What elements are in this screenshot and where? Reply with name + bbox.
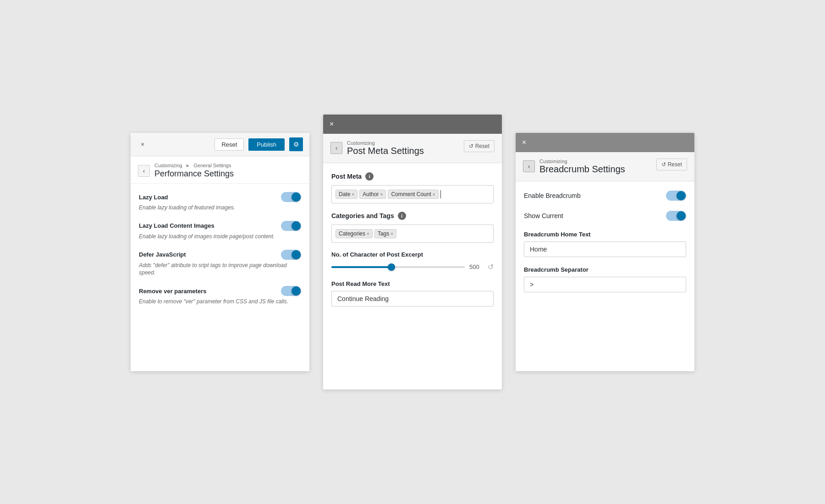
panel3-reset-label: Reset bbox=[668, 161, 682, 168]
toggle-enable-breadcrumb[interactable] bbox=[666, 191, 686, 201]
panel1-section-title: Performance Settings bbox=[154, 169, 302, 179]
panel3-customizing-label: Customizing bbox=[539, 159, 625, 164]
panel2-header-left: ‹ Customizing Post Meta Settings bbox=[330, 140, 424, 156]
panel3-show-current-row: Show Current bbox=[524, 211, 686, 221]
panel1-nav-text: Customizing ► General Settings Performan… bbox=[154, 163, 302, 179]
tag-date-label: Date bbox=[339, 191, 350, 197]
panel1-reset-button[interactable]: Reset bbox=[214, 138, 244, 151]
panel2-read-more-label: Post Read More Text bbox=[331, 280, 494, 287]
panel2-categories-tags-input[interactable]: Categories × Tags × bbox=[331, 225, 494, 243]
panel2-title-block: Customizing Post Meta Settings bbox=[347, 140, 424, 156]
panel1-publish-button[interactable]: Publish bbox=[248, 138, 285, 151]
setting-desc-lazy-load-content: Enable lazy loading of images inside pag… bbox=[139, 233, 301, 241]
panel1-breadcrumb-arrow: ► bbox=[186, 163, 192, 168]
panel1-gear-button[interactable]: ⚙ bbox=[289, 137, 303, 151]
panel1-close-btn[interactable]: × bbox=[137, 139, 148, 150]
panel2-post-meta-tags-input[interactable]: Date × Author × Comment Count × bbox=[331, 185, 494, 203]
toggle-remove-ver[interactable] bbox=[281, 286, 301, 296]
breadcrumb-settings-panel: × ‹ Customizing Breadcrumb Settings ↺ Re… bbox=[516, 133, 694, 371]
panel2-categories-heading: Categories and Tags i bbox=[331, 212, 494, 220]
tag-date[interactable]: Date × bbox=[336, 190, 358, 199]
panel2-back-button[interactable]: ‹ bbox=[330, 142, 342, 154]
tag-date-remove[interactable]: × bbox=[352, 192, 354, 197]
panel1-breadcrumb-customizing: Customizing bbox=[154, 163, 182, 168]
setting-label-defer-js: Defer JavaScript bbox=[139, 251, 186, 258]
panel3-top-bar: × bbox=[516, 133, 694, 152]
panel3-home-text-label: Breadcrumb Home Text bbox=[524, 231, 686, 238]
panel2-slider-thumb[interactable] bbox=[388, 263, 395, 271]
tag-tags[interactable]: Tags × bbox=[374, 229, 396, 238]
tag-categories-remove[interactable]: × bbox=[367, 231, 369, 236]
setting-label-lazy-load-content: Lazy Load Content Images bbox=[139, 222, 214, 229]
panel1-nav: ‹ Customizing ► General Settings Perform… bbox=[131, 156, 309, 184]
setting-desc-lazy-load: Enable lazy loading of featured images. bbox=[139, 204, 301, 212]
panel3-separator-input[interactable] bbox=[524, 277, 686, 292]
panel2-categories-info-icon[interactable]: i bbox=[398, 212, 406, 220]
setting-row-lazy-load-content: Lazy Load Content Images Enable lazy loa… bbox=[139, 221, 301, 241]
tag-comment-count-label: Comment Count bbox=[391, 191, 431, 197]
setting-row-remove-ver: Remove ver parameters Enable to remove "… bbox=[139, 286, 301, 306]
panel3-close-btn[interactable]: × bbox=[522, 138, 526, 147]
tag-tags-label: Tags bbox=[378, 230, 389, 237]
panel1-header: × Reset Publish ⚙ bbox=[131, 133, 309, 156]
setting-label-remove-ver: Remove ver parameters bbox=[139, 288, 206, 295]
panel2-reset-label: Reset bbox=[475, 143, 490, 149]
panel2-body: Post Meta i Date × Author × Comment Coun… bbox=[323, 163, 502, 320]
tag-author-remove[interactable]: × bbox=[380, 192, 383, 197]
setting-desc-defer-js: Adds "defer" attribute to sript tags to … bbox=[139, 262, 301, 277]
toggle-show-current[interactable] bbox=[666, 211, 686, 221]
panel3-header-left: ‹ Customizing Breadcrumb Settings bbox=[523, 159, 625, 175]
panel2-excerpt-label: No. of Character of Post Excerpt bbox=[331, 251, 494, 258]
panel1-back-button[interactable]: ‹ bbox=[138, 165, 150, 177]
tag-author[interactable]: Author × bbox=[359, 190, 386, 199]
panel2-reset-button[interactable]: ↺ Reset bbox=[464, 140, 495, 152]
panel1-breadcrumb: Customizing ► General Settings bbox=[154, 163, 302, 168]
panel3-enable-breadcrumb-label: Enable Breadcrumb bbox=[524, 192, 581, 199]
panel2-reset-icon: ↺ bbox=[469, 143, 473, 149]
panel2-slider-row: 500 ↺ bbox=[331, 263, 494, 271]
panel2-slider-fill bbox=[331, 266, 391, 268]
panel3-separator-label: Breadcrumb Separator bbox=[524, 266, 686, 273]
panel3-header: ‹ Customizing Breadcrumb Settings ↺ Rese… bbox=[516, 152, 694, 181]
panel2-read-more-section: Post Read More Text bbox=[331, 280, 494, 307]
tag-author-label: Author bbox=[363, 191, 379, 197]
tag-categories[interactable]: Categories × bbox=[336, 229, 373, 238]
panel1-body: Lazy Load Enable lazy loading of feature… bbox=[131, 184, 309, 323]
panel3-home-text-section: Breadcrumb Home Text bbox=[524, 231, 686, 266]
panel2-slider-value: 500 bbox=[469, 263, 483, 270]
panel3-title: Breadcrumb Settings bbox=[539, 164, 625, 175]
panel2-slider-track[interactable] bbox=[331, 266, 465, 268]
performance-settings-panel: × Reset Publish ⚙ ‹ Customizing ► Genera… bbox=[131, 133, 309, 371]
panel2-excerpt-section: No. of Character of Post Excerpt 500 ↺ bbox=[331, 251, 494, 271]
panel3-show-current-label: Show Current bbox=[524, 212, 563, 219]
panel3-title-block: Customizing Breadcrumb Settings bbox=[539, 159, 625, 175]
panel3-enable-breadcrumb-row: Enable Breadcrumb bbox=[524, 191, 686, 201]
tag-tags-remove[interactable]: × bbox=[390, 231, 393, 236]
panel2-read-more-input[interactable] bbox=[331, 291, 494, 307]
panel3-home-text-input[interactable] bbox=[524, 241, 686, 257]
tag-categories-label: Categories bbox=[339, 230, 365, 237]
setting-desc-remove-ver: Enable to remove "ver" parameter from CS… bbox=[139, 298, 301, 306]
tag-comment-count-remove[interactable]: × bbox=[433, 192, 435, 197]
setting-row-defer-js: Defer JavaScript Adds "defer" attribute … bbox=[139, 250, 301, 277]
panel3-reset-button[interactable]: ↺ Reset bbox=[656, 159, 687, 170]
tags-cursor bbox=[440, 190, 441, 198]
panel2-top-bar: × bbox=[323, 115, 502, 134]
panel2-slider-reset-icon[interactable]: ↺ bbox=[488, 263, 494, 271]
setting-row-lazy-load: Lazy Load Enable lazy loading of feature… bbox=[139, 192, 301, 212]
panel3-reset-icon: ↺ bbox=[661, 161, 666, 168]
panel2-close-btn[interactable]: × bbox=[330, 120, 334, 128]
toggle-defer-js[interactable] bbox=[281, 250, 301, 260]
panel2-post-meta-heading: Post Meta i bbox=[331, 172, 494, 181]
panel3-back-button[interactable]: ‹ bbox=[523, 160, 535, 172]
panel2-customizing-label: Customizing bbox=[347, 140, 424, 146]
setting-label-lazy-load: Lazy Load bbox=[139, 194, 168, 201]
toggle-lazy-load-content[interactable] bbox=[281, 221, 301, 231]
panel2-post-meta-info-icon[interactable]: i bbox=[365, 172, 374, 181]
panel1-breadcrumb-section: General Settings bbox=[194, 163, 231, 168]
panel2-header: ‹ Customizing Post Meta Settings ↺ Reset bbox=[323, 134, 502, 163]
panel3-separator-section: Breadcrumb Separator bbox=[524, 266, 686, 301]
panel2-title: Post Meta Settings bbox=[347, 146, 424, 156]
toggle-lazy-load[interactable] bbox=[281, 192, 301, 202]
tag-comment-count[interactable]: Comment Count × bbox=[388, 190, 438, 199]
